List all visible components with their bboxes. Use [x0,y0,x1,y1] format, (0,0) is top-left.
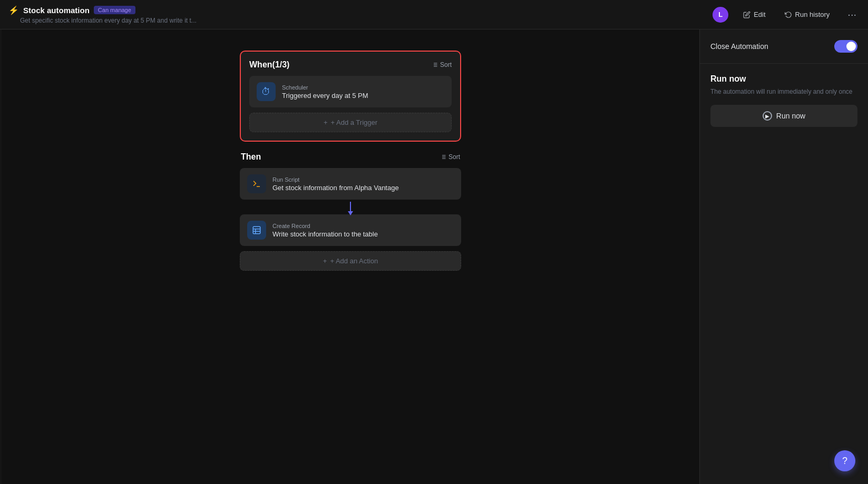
trigger-category: Scheduler [282,84,368,91]
run-history-button[interactable]: Run history [781,8,834,21]
then-title: Then [241,152,261,162]
trigger-text: Scheduler Triggered every day at 5 PM [282,84,368,100]
terminal-icon [252,179,261,189]
fab-button[interactable]: ? [834,450,855,471]
automation-icon: ⚡ [8,5,19,15]
add-action-label: + Add an Action [330,257,378,265]
record-icon [247,221,266,240]
run-now-icon: ▶ [763,111,772,121]
add-action-button[interactable]: + + Add an Action [240,251,461,271]
when-section: When(1/3) Sort ⏱ [240,51,461,142]
when-title: When(1/3) [249,60,289,70]
when-sort-label: Sort [440,61,452,68]
run-now-button[interactable]: ▶ Run now [710,105,857,127]
edit-label: Edit [754,11,765,18]
then-sort-icon [440,154,446,160]
action-card-create-record[interactable]: Create Record Write stock information to… [240,214,461,246]
create-record-category: Create Record [272,223,378,229]
close-automation-label: Close Automation [710,42,768,51]
trigger-description: Triggered every day at 5 PM [282,92,368,100]
create-record-text: Create Record Write stock information to… [272,223,378,238]
header: ⚡ Stock automation Can manage Get specif… [0,0,868,29]
table-icon [252,225,261,235]
main: When(1/3) Sort ⏱ [0,29,868,484]
page-title: Stock automation [23,6,90,15]
then-header: Then Sort [240,152,461,162]
when-header: When(1/3) Sort [249,60,452,70]
run-history-label: Run history [795,11,830,18]
run-now-desc: The automation will run immediately and … [710,87,857,96]
when-sort-button[interactable]: Sort [432,61,452,68]
create-record-description: Write stock information to the table [272,230,378,238]
scheduler-icon: ⏱ [257,82,276,101]
run-now-section: Run now The automation will run immediat… [700,64,868,137]
title-row: ⚡ Stock automation Can manage [8,5,197,15]
svg-rect-13 [253,226,260,234]
action-card-run-script[interactable]: Run Script Get stock information from Al… [240,168,461,200]
automation-flow: When(1/3) Sort ⏱ [240,51,461,271]
connector-line [350,202,351,212]
edit-icon [743,11,750,18]
header-left: ⚡ Stock automation Can manage Get specif… [8,5,197,24]
more-options-button[interactable]: ··· [844,6,860,23]
avatar[interactable]: L [713,7,728,23]
add-trigger-button[interactable]: + + Add a Trigger [249,113,452,132]
close-automation-toggle[interactable] [834,40,857,53]
add-action-plus-icon: + [323,257,327,265]
script-icon [247,174,266,193]
run-now-btn-label: Run now [776,112,805,120]
sort-icon [432,62,438,68]
run-script-description: Get stock information from Alpha Vantage [272,184,399,192]
trigger-card[interactable]: ⏱ Scheduler Triggered every day at 5 PM [249,76,452,107]
header-right: L Edit Run history ··· [713,6,860,23]
then-section: Then Sort [240,152,461,271]
edit-button[interactable]: Edit [739,8,769,21]
toggle-slider [834,40,857,53]
action-connector [240,200,461,214]
run-script-text: Run Script Get stock information from Al… [272,176,399,192]
permission-badge: Can manage [94,6,135,14]
add-trigger-label: + Add a Trigger [331,118,378,126]
run-now-title: Run now [710,74,857,84]
plus-icon: + [324,118,328,126]
then-sort-button[interactable]: Sort [440,153,460,161]
header-subtitle: Get specific stock information every day… [8,17,197,24]
run-script-category: Run Script [272,176,399,183]
close-automation-row: Close Automation [700,29,868,64]
right-panel: Close Automation Run now The automation … [699,29,868,484]
then-sort-label: Sort [448,153,460,161]
history-icon [785,11,792,18]
canvas: When(1/3) Sort ⏱ [2,29,699,484]
